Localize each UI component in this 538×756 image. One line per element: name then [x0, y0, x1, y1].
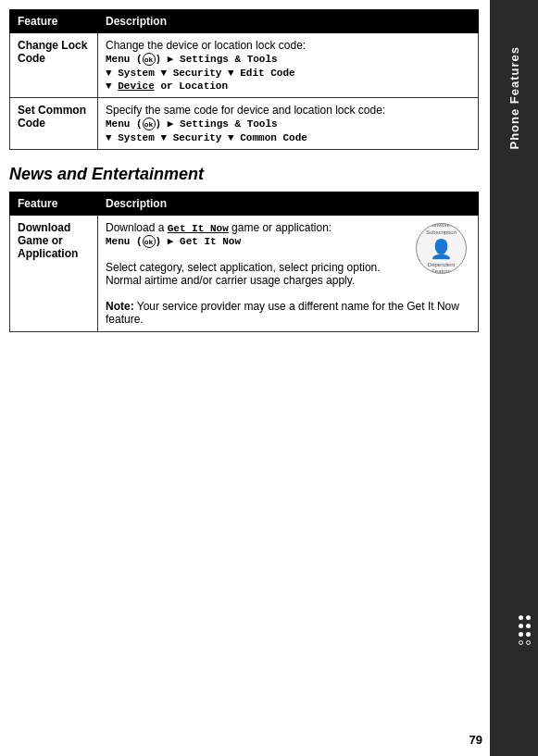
- table-row: Download Game or Application Network / S…: [10, 216, 479, 332]
- description-cell: Network / Subscription 👤 Dependent Featu…: [98, 216, 479, 332]
- network-subscription-icon: Network / Subscription 👤 Dependent Featu…: [416, 223, 467, 274]
- note-text: Your service provider may use a differen…: [106, 300, 459, 326]
- security-table: Feature Description Change Lock Code Cha…: [9, 9, 479, 150]
- network-icon-text: Network / Subscription 👤 Dependent Featu…: [417, 223, 466, 274]
- dot: [519, 640, 523, 645]
- desc-plain2: game or application:: [229, 221, 332, 234]
- news-col-feature: Feature: [10, 192, 98, 216]
- dot: [526, 640, 531, 645]
- device-underline: Device: [118, 81, 155, 92]
- table-row: Change Lock Code Change the device or lo…: [10, 33, 479, 98]
- feature-cell: Download Game or Application: [10, 216, 98, 332]
- note-label: Note:: [106, 300, 134, 313]
- dot: [519, 632, 523, 637]
- table-row: Set Common Code Specify the same code fo…: [10, 98, 479, 150]
- description-cell: Change the device or location lock code:…: [98, 33, 479, 98]
- dot-row-2: [519, 624, 531, 628]
- menu-line1: Menu (ok) ▶ Settings & Tools: [106, 54, 278, 65]
- menu-line1: Menu (ok) ▶ Get It Now: [106, 236, 241, 247]
- dot: [519, 624, 523, 628]
- news-section-heading: News and Entertainment: [9, 165, 479, 184]
- network-figure-icon: 👤: [419, 238, 464, 260]
- desc-plain: Change the device or location lock code:: [106, 39, 306, 52]
- ok-icon: ok: [143, 235, 156, 248]
- menu-line1: Menu (ok) ▶ Settings & Tools: [106, 118, 278, 130]
- dot: [519, 615, 523, 620]
- description-cell: Specify the same code for device and loc…: [98, 98, 479, 150]
- sidebar-label: Phone Features: [507, 46, 521, 150]
- desc-plain: Specify the same code for device and loc…: [106, 104, 385, 117]
- get-it-now-label: Get It Now: [168, 223, 229, 234]
- network-label-line1: Network / Subscription: [419, 223, 464, 236]
- page: Feature Description Change Lock Code Cha…: [0, 0, 538, 756]
- ok-icon: ok: [143, 118, 156, 130]
- network-label-line2: Dependent Feature: [419, 262, 464, 275]
- dot: [526, 615, 531, 620]
- security-col-description: Description: [98, 10, 479, 33]
- menu-line2: ▼ System ▼ Security ▼ Common Code: [106, 132, 307, 143]
- feature-cell: Change Lock Code: [10, 33, 98, 98]
- security-col-feature: Feature: [10, 10, 98, 33]
- page-number: 79: [469, 733, 482, 747]
- feature-cell: Set Common Code: [10, 98, 98, 150]
- dot: [526, 632, 531, 637]
- dot-row-3: [519, 632, 531, 637]
- main-content: Feature Description Change Lock Code Cha…: [0, 0, 490, 756]
- menu-line3: ▼ Device or Location: [106, 81, 228, 92]
- menu-line2: ▼ System ▼ Security ▼ Edit Code: [106, 68, 295, 79]
- news-table: Feature Description Download Game or App…: [9, 192, 479, 332]
- dot-row-1: [519, 615, 531, 620]
- dot-row-4: [519, 640, 531, 645]
- desc-plain3: Select category, select application, sel…: [106, 261, 381, 287]
- right-sidebar: Phone Features: [490, 0, 538, 756]
- ok-icon: ok: [143, 53, 156, 66]
- dot: [526, 624, 531, 628]
- dots-container: [519, 615, 531, 645]
- desc-plain: Download a: [106, 221, 168, 234]
- news-col-description: Description: [98, 192, 479, 216]
